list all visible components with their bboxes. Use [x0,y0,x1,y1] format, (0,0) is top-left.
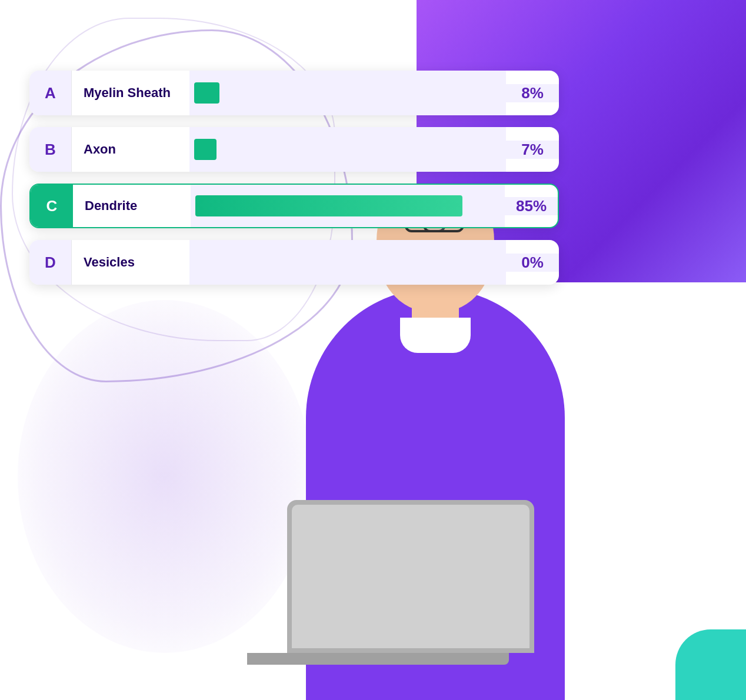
option-label-c: Dendrite [73,198,191,214]
percentage-a: 8% [506,84,559,102]
poll-card-c[interactable]: C Dendrite 85% [29,184,559,228]
option-letter-d: D [29,240,72,285]
percentage-b: 7% [506,141,559,159]
bar-container-b [189,127,506,172]
option-label-a: Myelin Sheath [72,85,189,101]
option-label-b: Axon [72,142,189,157]
option-label-d: Vesicles [72,255,189,270]
poll-card-a[interactable]: A Myelin Sheath 8% [29,71,559,115]
bar-container-c [191,185,505,227]
option-letter-a: A [29,71,72,115]
percentage-d: 0% [506,254,559,272]
option-letter-c: C [31,185,73,227]
poll-cards-container: A Myelin Sheath 8% B Axon 7% C Dendrite … [29,71,559,285]
bar-container-d [189,240,506,285]
bar-fill-b [194,139,217,160]
bar-container-a [189,71,506,115]
poll-card-d[interactable]: D Vesicles 0% [29,240,559,285]
laptop-body [287,500,534,653]
percentage-c: 85% [505,197,558,215]
laptop-base [247,653,509,665]
bar-fill-a [194,82,219,104]
poll-card-b[interactable]: B Axon 7% [29,127,559,172]
figure-collar [400,318,471,353]
background-teal-corner [675,629,746,700]
bar-fill-c [195,195,462,216]
laptop-screen [292,505,529,648]
option-letter-b: B [29,127,72,172]
